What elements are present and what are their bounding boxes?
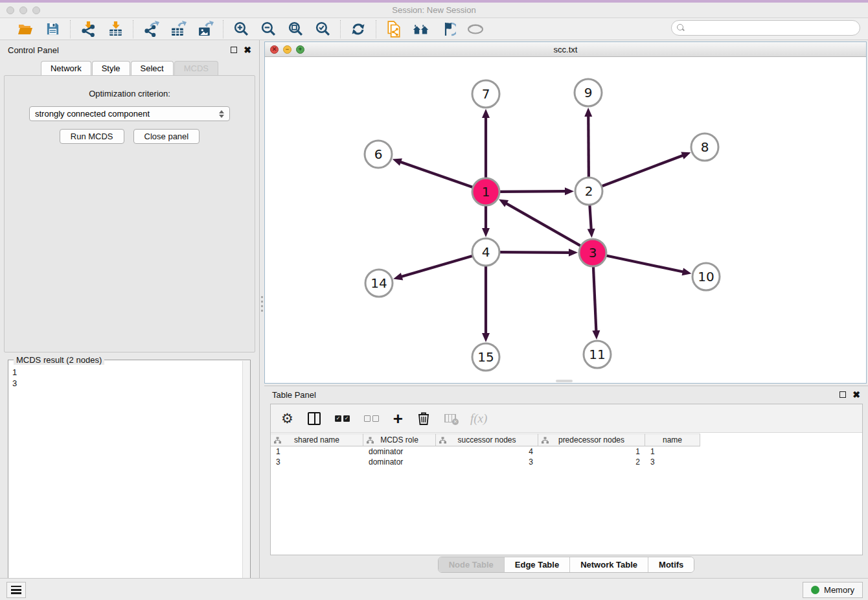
run-mcds-button[interactable]: Run MCDS bbox=[60, 129, 124, 144]
network-canvas[interactable]: 7968124314101511 bbox=[265, 57, 866, 383]
table-cell[interactable]: 3 bbox=[436, 457, 538, 467]
arrowhead-icon bbox=[482, 333, 490, 342]
arrowhead-icon bbox=[681, 152, 691, 159]
memory-label: Memory bbox=[824, 585, 854, 595]
trash-icon[interactable] bbox=[417, 410, 430, 427]
main-toolbar bbox=[0, 18, 868, 40]
function-icon[interactable]: f(x) bbox=[470, 410, 487, 427]
network-title: scc.txt bbox=[265, 45, 866, 54]
mcds-result-text[interactable]: 1 3 bbox=[8, 363, 242, 600]
float-table-panel-icon[interactable] bbox=[839, 391, 846, 398]
graph-node-label: 4 bbox=[482, 244, 490, 260]
edge-1-2[interactable] bbox=[498, 191, 566, 192]
search-input[interactable] bbox=[688, 21, 860, 34]
column-header-predecessor-nodes[interactable]: predecessor nodes bbox=[538, 433, 645, 446]
open-icon[interactable] bbox=[17, 21, 34, 38]
save-icon[interactable] bbox=[44, 21, 61, 38]
edge-2-3[interactable] bbox=[589, 203, 591, 230]
close-panel-icon[interactable]: ✖ bbox=[244, 47, 251, 53]
result-scrollbar[interactable] bbox=[242, 361, 250, 600]
zoom-selected-icon[interactable] bbox=[314, 21, 331, 38]
edge-4-3[interactable] bbox=[498, 252, 570, 253]
network-from-file-icon[interactable] bbox=[385, 21, 402, 38]
edge-4-14[interactable] bbox=[401, 255, 474, 277]
graph-node-label: 9 bbox=[584, 85, 593, 100]
tab-style[interactable]: Style bbox=[92, 61, 130, 75]
delete-table-icon[interactable] bbox=[444, 410, 456, 427]
column-header-MCDS-role[interactable]: MCDS role bbox=[363, 433, 436, 446]
eye-icon[interactable] bbox=[467, 21, 484, 38]
graph-node-label: 14 bbox=[371, 275, 387, 291]
list-icon bbox=[11, 586, 21, 594]
window-title: Session: New Session bbox=[0, 5, 868, 15]
canvas-grip[interactable] bbox=[556, 380, 573, 382]
table-cell[interactable]: dominator bbox=[363, 446, 436, 457]
edge-3-10[interactable] bbox=[605, 255, 684, 272]
table-panel: Table Panel ✖ ⚙ + f(x) shared nameMCDS r… bbox=[264, 386, 868, 578]
table-tabs: Node TableEdge TableNetwork TableMotifs bbox=[438, 557, 695, 573]
arrowhead-icon bbox=[565, 187, 574, 195]
gear-icon[interactable]: ⚙ bbox=[281, 410, 293, 427]
graph-node-label: 6 bbox=[374, 146, 383, 162]
task-history-button[interactable] bbox=[6, 582, 26, 598]
column-header-successor-nodes[interactable]: successor nodes bbox=[436, 433, 538, 446]
table-row[interactable]: 3dominator323 bbox=[271, 457, 862, 467]
edge-1-6[interactable] bbox=[400, 162, 474, 188]
graph-node-label: 8 bbox=[701, 139, 709, 155]
node-table[interactable]: shared nameMCDS rolesuccessor nodesprede… bbox=[271, 433, 862, 555]
tab-network-table[interactable]: Network Table bbox=[570, 557, 648, 572]
network-graph[interactable]: 7968124314101511 bbox=[265, 57, 866, 383]
table-row[interactable]: 1dominator411 bbox=[271, 446, 862, 457]
columns-icon[interactable] bbox=[308, 410, 321, 427]
memory-button[interactable]: Memory bbox=[803, 582, 863, 598]
network-frame-titlebar[interactable]: ✕ − + scc.txt bbox=[265, 42, 866, 57]
column-header-name[interactable]: name bbox=[645, 433, 700, 446]
graph-node-label: 2 bbox=[585, 183, 593, 199]
edge-3-11[interactable] bbox=[593, 265, 597, 332]
add-icon[interactable]: + bbox=[393, 410, 403, 427]
tab-motifs[interactable]: Motifs bbox=[648, 557, 694, 572]
table-cell[interactable]: 4 bbox=[436, 446, 538, 457]
tab-select[interactable]: Select bbox=[131, 61, 174, 75]
zoom-in-icon[interactable] bbox=[233, 21, 249, 38]
panel-split-divider[interactable] bbox=[260, 40, 264, 578]
export-image-icon[interactable] bbox=[197, 21, 214, 38]
home-icon[interactable] bbox=[413, 21, 429, 38]
import-table-icon[interactable] bbox=[107, 21, 124, 38]
edge-3-1[interactable] bbox=[505, 203, 582, 246]
table-cell[interactable]: 1 bbox=[645, 446, 700, 457]
table-cell[interactable]: 2 bbox=[538, 457, 645, 467]
close-panel-button[interactable]: Close panel bbox=[133, 129, 200, 144]
table-cell[interactable]: dominator bbox=[363, 457, 436, 467]
criterion-select[interactable]: strongly connected component bbox=[29, 106, 230, 121]
float-panel-icon[interactable] bbox=[231, 47, 237, 53]
select-all-icon[interactable] bbox=[335, 410, 350, 427]
arrowhead-icon bbox=[569, 249, 578, 257]
deselect-all-icon[interactable] bbox=[364, 410, 379, 427]
tab-mcds[interactable]: MCDS bbox=[174, 61, 218, 75]
table-cell[interactable]: 1 bbox=[538, 446, 645, 457]
graph-node-label: 15 bbox=[477, 349, 494, 365]
table-cell[interactable]: 3 bbox=[271, 457, 363, 467]
import-network-icon[interactable] bbox=[80, 21, 97, 38]
zoom-fit-icon[interactable] bbox=[287, 21, 304, 38]
edge-2-8[interactable] bbox=[600, 155, 684, 187]
mcds-result-box: MCDS result (2 nodes) 1 3 bbox=[8, 360, 251, 600]
table-cell[interactable]: 3 bbox=[645, 457, 700, 467]
column-header-shared-name[interactable]: shared name bbox=[271, 433, 363, 446]
export-network-icon[interactable] bbox=[143, 21, 159, 38]
edge-2-9[interactable] bbox=[588, 115, 589, 179]
optimization-criterion-label: Optimization criterion: bbox=[5, 89, 255, 98]
table-cell[interactable]: 1 bbox=[271, 446, 363, 457]
tab-edge-table[interactable]: Edge Table bbox=[505, 557, 570, 572]
network-view-frame: ✕ − + scc.txt 7968124314101511 bbox=[264, 41, 867, 384]
tab-node-table[interactable]: Node Table bbox=[439, 557, 505, 572]
arrowhead-icon bbox=[682, 268, 692, 275]
close-table-panel-icon[interactable]: ✖ bbox=[852, 391, 860, 398]
export-table-icon[interactable] bbox=[170, 21, 187, 38]
refresh-icon[interactable] bbox=[350, 21, 367, 38]
zoom-out-icon[interactable] bbox=[260, 21, 277, 38]
tab-network[interactable]: Network bbox=[41, 61, 91, 75]
criterion-selected-value: strongly connected component bbox=[35, 109, 219, 119]
flag-icon[interactable] bbox=[440, 21, 457, 38]
